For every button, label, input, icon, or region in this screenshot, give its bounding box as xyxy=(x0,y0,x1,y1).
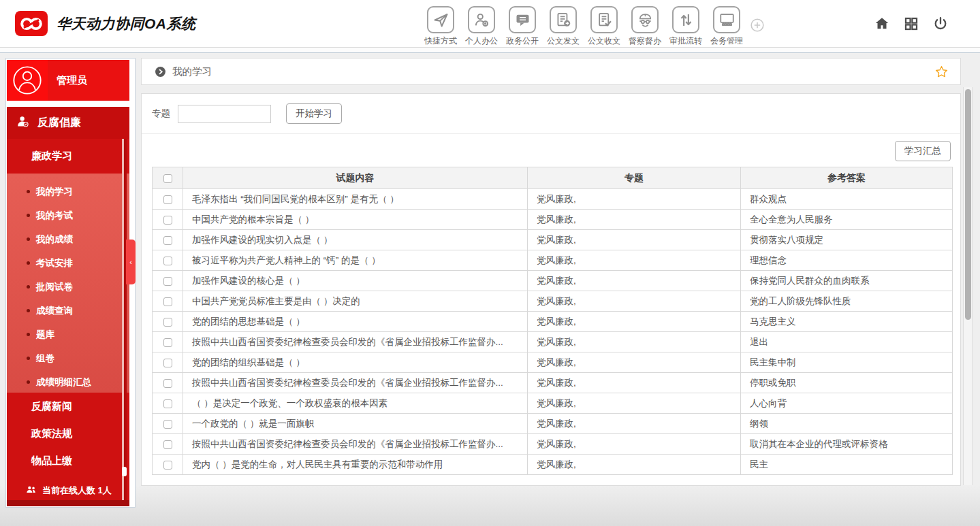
submenu-item[interactable]: 我的学习 xyxy=(7,180,129,203)
row-checkbox-cell xyxy=(153,250,183,271)
select-all-checkbox[interactable] xyxy=(163,174,172,183)
topic-input[interactable] xyxy=(178,105,271,123)
row-checkbox[interactable] xyxy=(163,297,172,306)
row-checkbox-cell xyxy=(153,312,183,332)
nav-item[interactable]: 审批流转 xyxy=(665,6,706,47)
table-header-row: 试题内容 专题 参考答案 xyxy=(153,167,953,189)
bullet-icon xyxy=(27,309,30,312)
topic-cell: 党风廉政, xyxy=(528,332,741,352)
nav-item-label: 公文发文 xyxy=(547,35,580,47)
main-scrollbar[interactable] xyxy=(963,87,973,485)
row-checkbox[interactable] xyxy=(163,420,172,429)
row-checkbox[interactable] xyxy=(163,338,172,347)
row-checkbox[interactable] xyxy=(163,318,172,327)
question-cell: 党的团结的组织基础是（ ） xyxy=(183,352,528,373)
sidebar-group[interactable]: 反腐新闻 xyxy=(7,393,129,420)
submenu-item[interactable]: 批阅试卷 xyxy=(7,275,129,299)
topic-cell: 党风廉政, xyxy=(528,271,741,291)
chat-bubble-icon xyxy=(509,6,536,33)
home-icon[interactable] xyxy=(874,16,890,32)
column-header-question: 试题内容 xyxy=(183,167,528,189)
sidebar-scrollbar-thumb[interactable] xyxy=(122,467,127,476)
submenu-item[interactable]: 我的考试 xyxy=(7,203,129,227)
row-checkbox[interactable] xyxy=(163,277,172,286)
sidebar-user[interactable]: 管理员 xyxy=(7,60,129,101)
select-all-cell xyxy=(153,167,183,189)
topic-cell: 党风廉政, xyxy=(528,210,741,230)
nav-item[interactable]: 公文收文 xyxy=(584,6,625,47)
question-cell: （ ）是决定一个政党、一个政权盛衰的根本因素 xyxy=(183,393,528,414)
sidebar-section-anticorruption[interactable]: 反腐倡廉 xyxy=(7,107,129,139)
sidebar-submenu: 我的学习 我的考试 我的成绩 考试安排 批阅试卷 xyxy=(7,174,129,393)
section-label: 反腐倡廉 xyxy=(37,116,81,130)
sidebar-group[interactable]: 政策法规 xyxy=(7,420,129,447)
column-header-answer: 参考答案 xyxy=(741,167,953,189)
submenu-item[interactable]: 组卷 xyxy=(7,346,129,370)
nav-item[interactable]: 公文发文 xyxy=(543,6,584,47)
arrow-circle-icon xyxy=(155,66,166,78)
row-checkbox[interactable] xyxy=(163,399,172,408)
answer-cell: 党的工人阶级先锋队性质 xyxy=(741,291,953,312)
question-cell: 毛泽东指出 “我们同国民党的根本区别” 是有无（ ） xyxy=(183,189,528,210)
submenu-item[interactable]: 成绩查询 xyxy=(7,299,129,323)
nav-item[interactable]: 个人办公 xyxy=(461,6,502,47)
table-row: 党的团结的思想基础是（ ） 党风廉政, 马克思主义 xyxy=(153,312,953,332)
submenu-item[interactable]: 题库 xyxy=(7,323,129,346)
submenu-item-label: 成绩查询 xyxy=(36,305,73,317)
main-scrollbar-thumb[interactable] xyxy=(965,89,971,320)
sidebar-scrollbar[interactable] xyxy=(122,139,127,500)
bullet-icon xyxy=(27,214,30,217)
nav-item-label: 公文收文 xyxy=(588,35,620,47)
bullet-icon xyxy=(27,357,30,360)
row-checkbox[interactable] xyxy=(163,359,172,367)
top-header: 华天动力协同OA系统 快捷方式 个人办公 政务公开 公文发文 公文收文 xyxy=(0,0,980,48)
question-cell: 被习近平称为共产党人精神上的 “钙” 的是（ ） xyxy=(183,250,528,271)
submenu-item[interactable]: 成绩明细汇总 xyxy=(7,370,129,394)
submenu-item[interactable]: 我的成绩 xyxy=(7,227,129,251)
sidebar-collapse-handle[interactable]: ‹ xyxy=(126,240,136,284)
start-study-button[interactable]: 开始学习 xyxy=(286,103,342,124)
table-row: 中国共产党党员标准主要是由（ ）决定的 党风廉政, 党的工人阶级先锋队性质 xyxy=(153,291,953,312)
nav-item-label: 快捷方式 xyxy=(424,35,457,47)
power-icon[interactable] xyxy=(932,16,949,32)
row-checkbox[interactable] xyxy=(163,257,172,265)
question-cell: 按照中共山西省国资委纪律检查委员会印发的《省属企业招投标工作监督办... xyxy=(183,373,528,393)
star-icon[interactable] xyxy=(934,65,949,79)
row-checkbox-cell xyxy=(153,230,183,250)
row-checkbox[interactable] xyxy=(163,440,172,449)
topic-cell: 党风廉政, xyxy=(528,414,741,434)
page-title-bar: 我的学习 xyxy=(141,58,961,85)
plus-circle-icon[interactable] xyxy=(750,18,765,33)
question-cell: 加强作风建设的现实切入点是（ ） xyxy=(183,230,528,250)
answer-cell: 人心向背 xyxy=(741,393,953,414)
study-summary-button[interactable]: 学习汇总 xyxy=(895,141,951,161)
row-checkbox[interactable] xyxy=(163,236,172,245)
question-cell: 按照中共山西省国资委纪律检查委员会印发的《省属企业招投标工作监督办... xyxy=(183,332,528,352)
nav-item[interactable]: 会务管理 xyxy=(706,6,747,47)
table-row: 党内（ ）是党的生命，对人民民主具有重要的示范和带动作用 党风廉政, 民主 xyxy=(153,455,953,475)
row-checkbox[interactable] xyxy=(163,379,172,388)
row-checkbox-cell xyxy=(153,393,183,414)
answer-cell: 民主 xyxy=(741,455,953,475)
submenu-item-label: 我的学习 xyxy=(36,186,73,198)
question-cell: 一个政党的（ ）就是一面旗帜 xyxy=(183,414,528,434)
apps-grid-icon[interactable] xyxy=(903,16,919,32)
submenu-item[interactable]: 考试安排 xyxy=(7,251,129,275)
answer-cell: 全心全意为人民服务 xyxy=(741,210,953,230)
sidebar-group[interactable]: 物品上缴 xyxy=(7,447,129,474)
nav-item[interactable]: 督察督办 xyxy=(625,6,665,47)
table-row: 毛泽东指出 “我们同国民党的根本区别” 是有无（ ） 党风廉政, 群众观点 xyxy=(153,189,953,210)
topic-label: 专题 xyxy=(152,108,170,120)
row-checkbox-cell xyxy=(153,271,183,291)
nav-item[interactable]: 快捷方式 xyxy=(420,6,461,47)
submenu-item-label: 我的成绩 xyxy=(36,233,73,246)
row-checkbox-cell xyxy=(153,373,183,393)
row-checkbox[interactable] xyxy=(163,195,172,204)
person-add-icon xyxy=(468,6,495,33)
row-checkbox[interactable] xyxy=(163,216,172,225)
row-checkbox[interactable] xyxy=(163,461,172,470)
sidebar-group-study[interactable]: 廉政学习 xyxy=(7,139,129,174)
person-badge-icon xyxy=(16,114,37,132)
table-row: （ ）是决定一个政党、一个政权盛衰的根本因素 党风廉政, 人心向背 xyxy=(153,393,953,414)
nav-item[interactable]: 政务公开 xyxy=(502,6,543,47)
